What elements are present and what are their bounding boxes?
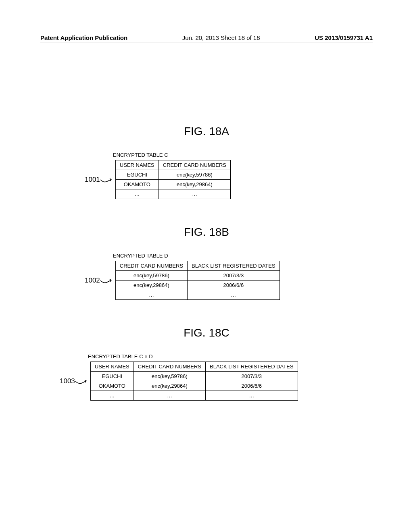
table-b: CREDIT CARD NUMBERS BLACK LIST REGISTERE… <box>115 261 280 300</box>
table-cell: 2007/3/3 <box>206 372 298 381</box>
header-date-sheet: Jun. 20, 2013 Sheet 18 of 18 <box>182 34 260 41</box>
table-cell: 2006/6/6 <box>188 281 280 290</box>
table-cell: … <box>90 391 133 401</box>
leader-line-icon <box>100 177 112 182</box>
table-row: EGUCHI enc(key,59786) <box>115 170 230 180</box>
table-cell: … <box>159 189 230 199</box>
table-label-b: ENCRYPTED TABLE D <box>113 253 280 259</box>
table-cell: 2007/3/3 <box>188 271 280 281</box>
table-cell: enc(key,29864) <box>115 281 187 290</box>
figure-18a: FIG. 18A ENCRYPTED TABLE C 1001 USER NAM… <box>0 125 413 199</box>
leader-line-icon <box>100 278 112 283</box>
table-cell: … <box>115 189 159 199</box>
table-cell: … <box>188 290 280 300</box>
header-publication: Patent Application Publication <box>40 34 127 41</box>
table-c-header: BLACK LIST REGISTERED DATES <box>206 362 298 372</box>
table-cell: enc(key,59786) <box>159 170 230 180</box>
table-c-header: CREDIT CARD NUMBERS <box>133 362 205 372</box>
leader-line-icon <box>75 379 87 384</box>
table-cell: … <box>206 391 298 401</box>
table-c: USER NAMES CREDIT CARD NUMBERS BLACK LIS… <box>90 362 298 401</box>
table-row: enc(key,29864) 2006/6/6 <box>115 281 280 290</box>
table-cell: enc(key,29864) <box>133 381 205 391</box>
table-cell: OKAMOTO <box>90 381 133 391</box>
table-cell: EGUCHI <box>90 372 133 381</box>
header-patent-number: US 2013/0159731 A1 <box>315 34 373 41</box>
table-row: enc(key,59786) 2007/3/3 <box>115 271 280 281</box>
ref-number-c: 1003 <box>60 377 75 385</box>
table-a-header: CREDIT CARD NUMBERS <box>159 160 230 170</box>
table-cell: … <box>133 391 205 401</box>
figure-18c: FIG. 18C ENCRYPTED TABLE C × D 1003 USER… <box>0 326 413 401</box>
table-b-header: BLACK LIST REGISTERED DATES <box>188 261 280 271</box>
figure-title-b: FIG. 18B <box>0 226 413 239</box>
ref-number-b: 1002 <box>85 276 100 285</box>
table-label-c: ENCRYPTED TABLE C × D <box>88 353 298 360</box>
table-a: USER NAMES CREDIT CARD NUMBERS EGUCHI en… <box>115 160 231 199</box>
table-c-header: USER NAMES <box>90 362 133 372</box>
figure-title-a: FIG. 18A <box>0 125 413 138</box>
table-cell: EGUCHI <box>115 170 159 180</box>
table-a-header: USER NAMES <box>115 160 159 170</box>
table-row: OKAMOTO enc(key,29864) 2006/6/6 <box>90 381 298 391</box>
table-cell: … <box>115 290 187 300</box>
table-label-a: ENCRYPTED TABLE C <box>113 152 231 158</box>
figure-18b: FIG. 18B ENCRYPTED TABLE D 1002 CREDIT C… <box>0 226 413 300</box>
table-cell: enc(key,59786) <box>133 372 205 381</box>
table-row: OKAMOTO enc(key,29864) <box>115 180 230 189</box>
table-cell: enc(key,59786) <box>115 271 187 281</box>
table-row: … … … <box>90 391 298 401</box>
ref-number-a: 1001 <box>85 176 100 184</box>
page-header: Patent Application Publication Jun. 20, … <box>40 34 373 42</box>
table-cell: OKAMOTO <box>115 180 159 189</box>
table-b-header: CREDIT CARD NUMBERS <box>115 261 187 271</box>
table-row: EGUCHI enc(key,59786) 2007/3/3 <box>90 372 298 381</box>
table-row: … … <box>115 290 280 300</box>
table-cell: 2006/6/6 <box>206 381 298 391</box>
table-row: … … <box>115 189 230 199</box>
figure-title-c: FIG. 18C <box>0 326 413 339</box>
table-cell: enc(key,29864) <box>159 180 230 189</box>
